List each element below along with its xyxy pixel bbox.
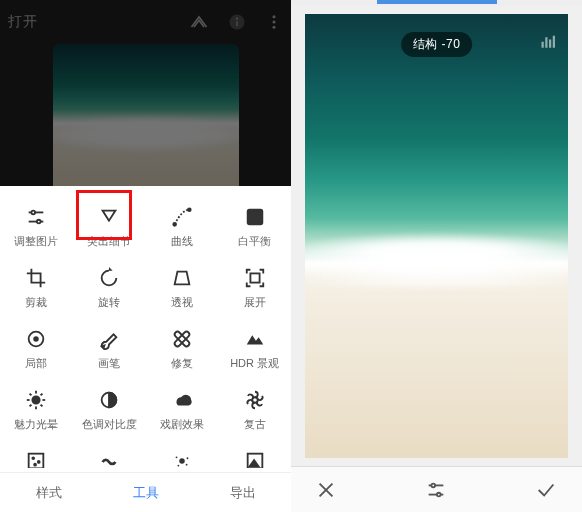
tool-healing[interactable]: 修复 bbox=[146, 320, 219, 381]
tool-label: 修复 bbox=[171, 356, 193, 371]
tool-label: 戏剧效果 bbox=[160, 417, 204, 432]
apply-button[interactable] bbox=[534, 479, 558, 501]
white-balance-icon: WB bbox=[244, 206, 266, 228]
tool-white-balance[interactable]: WB 白平衡 bbox=[218, 198, 291, 259]
svg-point-36 bbox=[38, 461, 40, 463]
tool-label: HDR 景观 bbox=[230, 356, 279, 371]
tool-brush[interactable]: 画笔 bbox=[73, 320, 146, 381]
right-screenshot: 结构 -70 bbox=[291, 0, 582, 512]
tab-export[interactable]: 导出 bbox=[194, 473, 291, 512]
tool-label: 突出细节 bbox=[87, 234, 131, 249]
tool-tune-image[interactable]: 调整图片 bbox=[0, 198, 73, 259]
bw-icon bbox=[244, 450, 266, 468]
hdr-icon bbox=[244, 328, 266, 350]
glamour-glow-icon bbox=[25, 389, 47, 411]
tool-label: 白平衡 bbox=[238, 234, 271, 249]
tool-label: 旋转 bbox=[98, 295, 120, 310]
grainy-film-icon bbox=[25, 450, 47, 468]
svg-marker-22 bbox=[246, 335, 263, 344]
svg-point-19 bbox=[35, 337, 39, 341]
tool-label: 展开 bbox=[244, 295, 266, 310]
svg-point-8 bbox=[32, 211, 36, 215]
svg-line-29 bbox=[41, 405, 43, 407]
details-triangle-icon bbox=[98, 206, 120, 228]
tool-hdr[interactable]: HDR 景观 bbox=[218, 320, 291, 381]
svg-marker-10 bbox=[103, 211, 116, 221]
top-loading-bar bbox=[291, 0, 582, 6]
tool-glamour-glow[interactable]: 魅力光晕 bbox=[0, 381, 73, 442]
tool-drama[interactable]: 戏剧效果 bbox=[146, 381, 219, 442]
tool-grainy-film[interactable] bbox=[0, 442, 73, 468]
tune-icon bbox=[25, 206, 47, 228]
perspective-icon bbox=[171, 267, 193, 289]
svg-rect-47 bbox=[549, 40, 551, 48]
tool-label: 剪裁 bbox=[25, 295, 47, 310]
cancel-button[interactable] bbox=[315, 479, 337, 501]
tool-label: 魅力光晕 bbox=[14, 417, 58, 432]
rotate-icon bbox=[98, 267, 120, 289]
tab-tools[interactable]: 工具 bbox=[97, 473, 194, 512]
svg-point-39 bbox=[175, 456, 177, 458]
tool-details[interactable]: 突出细节 bbox=[73, 198, 146, 259]
editor-canvas[interactable]: 结构 -70 bbox=[305, 14, 568, 458]
tool-label: 透视 bbox=[171, 295, 193, 310]
editor-top-area: 打开 bbox=[0, 0, 291, 186]
curves-icon bbox=[171, 206, 193, 228]
svg-point-11 bbox=[173, 223, 176, 226]
svg-point-41 bbox=[177, 465, 179, 467]
tool-label: 复古 bbox=[244, 417, 266, 432]
tool-vintage[interactable]: 复古 bbox=[218, 381, 291, 442]
tool-retrolux[interactable] bbox=[73, 442, 146, 468]
editor-action-bar bbox=[291, 466, 582, 512]
tool-label: 局部 bbox=[25, 356, 47, 371]
svg-point-40 bbox=[186, 457, 188, 459]
parameter-pill: 结构 -70 bbox=[401, 32, 473, 57]
tool-grunge[interactable] bbox=[146, 442, 219, 468]
tool-tonal-contrast[interactable]: 色调对比度 bbox=[73, 381, 146, 442]
svg-marker-16 bbox=[175, 272, 190, 285]
tool-bw[interactable] bbox=[218, 442, 291, 468]
expand-icon bbox=[244, 267, 266, 289]
tool-selective[interactable]: 局部 bbox=[0, 320, 73, 381]
svg-line-31 bbox=[41, 394, 43, 396]
tool-rotate[interactable]: 旋转 bbox=[73, 259, 146, 320]
svg-rect-46 bbox=[545, 37, 547, 48]
svg-point-38 bbox=[179, 458, 185, 464]
svg-rect-48 bbox=[553, 36, 555, 48]
svg-point-37 bbox=[35, 464, 37, 466]
vintage-icon bbox=[244, 389, 266, 411]
brush-icon bbox=[98, 328, 120, 350]
tool-crop[interactable]: 剪裁 bbox=[0, 259, 73, 320]
tab-styles[interactable]: 样式 bbox=[0, 473, 97, 512]
bottom-tabs: 样式 工具 导出 bbox=[0, 472, 291, 512]
tool-label: 曲线 bbox=[171, 234, 193, 249]
svg-rect-45 bbox=[542, 42, 544, 48]
histogram-icon[interactable] bbox=[540, 34, 558, 48]
svg-point-53 bbox=[431, 483, 435, 487]
svg-point-23 bbox=[33, 396, 40, 403]
tool-perspective[interactable]: 透视 bbox=[146, 259, 219, 320]
drama-icon bbox=[171, 389, 193, 411]
tonal-contrast-icon bbox=[98, 389, 120, 411]
svg-point-42 bbox=[186, 464, 188, 466]
svg-text:W: W bbox=[250, 211, 256, 217]
adjust-button[interactable] bbox=[424, 479, 448, 501]
healing-icon bbox=[171, 328, 193, 350]
grunge-icon bbox=[171, 450, 193, 468]
crop-icon bbox=[25, 267, 47, 289]
svg-marker-44 bbox=[249, 460, 258, 466]
svg-point-35 bbox=[33, 457, 35, 459]
svg-point-12 bbox=[188, 208, 191, 211]
tool-label: 色调对比度 bbox=[82, 417, 137, 432]
svg-text:B: B bbox=[255, 218, 259, 224]
svg-point-9 bbox=[37, 220, 41, 224]
dim-overlay bbox=[0, 0, 291, 186]
svg-rect-17 bbox=[250, 273, 259, 282]
tool-curves[interactable]: 曲线 bbox=[146, 198, 219, 259]
tool-label: 调整图片 bbox=[14, 234, 58, 249]
svg-line-30 bbox=[30, 405, 32, 407]
selective-icon bbox=[25, 328, 47, 350]
tool-expand[interactable]: 展开 bbox=[218, 259, 291, 320]
svg-point-54 bbox=[436, 492, 440, 496]
retrolux-icon bbox=[98, 450, 120, 468]
